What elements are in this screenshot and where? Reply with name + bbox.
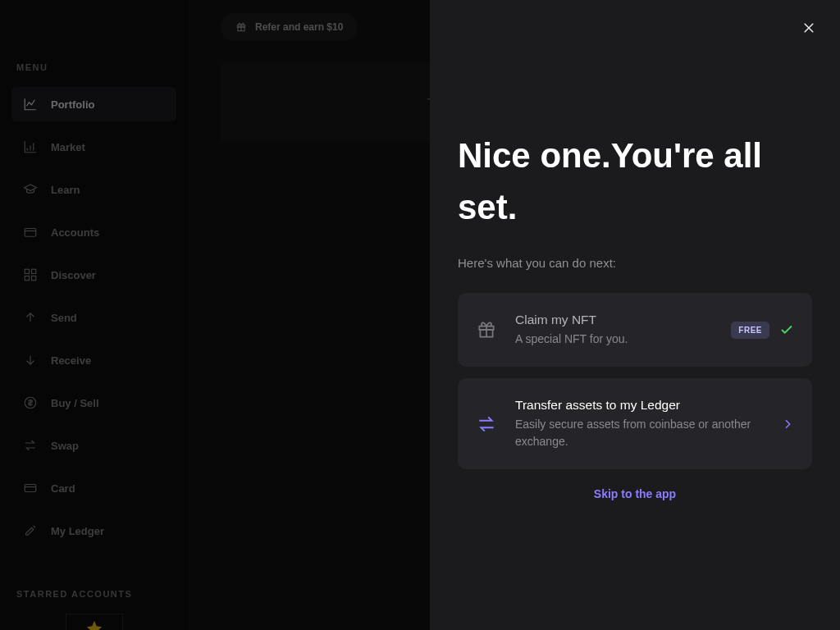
drawer-subtitle: Here's what you can do next: <box>458 256 812 270</box>
chevron-right-icon <box>781 418 794 431</box>
onboarding-complete-drawer: Nice one.You're all set. Here's what you… <box>430 0 840 630</box>
card-desc: Easily secure assets from coinbase or an… <box>515 416 763 450</box>
check-icon <box>779 322 794 337</box>
close-button[interactable] <box>799 18 819 38</box>
free-badge: FREE <box>731 322 769 339</box>
card-title: Claim my NFT <box>515 313 713 327</box>
gift-icon <box>476 319 497 340</box>
close-icon <box>801 21 816 35</box>
card-desc: A special NFT for you. <box>515 331 713 347</box>
card-transfer-assets[interactable]: Transfer assets to my Ledger Easily secu… <box>458 378 812 469</box>
drawer-title-line1: Nice one. <box>458 136 611 175</box>
card-claim-nft[interactable]: Claim my NFT A special NFT for you. FREE <box>458 293 812 367</box>
drawer-title: Nice one.You're all set. <box>458 130 812 233</box>
skip-to-app-button[interactable]: Skip to the app <box>458 487 812 500</box>
transfer-icon <box>476 413 497 435</box>
card-title: Transfer assets to my Ledger <box>515 398 763 413</box>
card-trailing: FREE <box>731 322 794 339</box>
modal-backdrop[interactable] <box>0 0 430 630</box>
